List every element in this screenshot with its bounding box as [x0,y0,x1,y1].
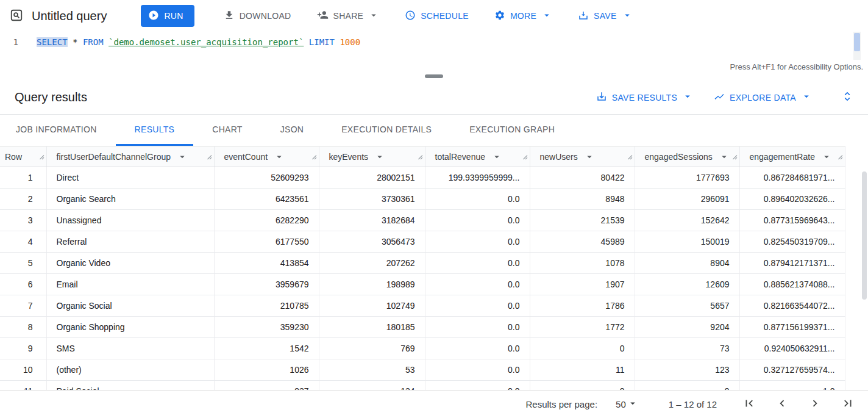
column-header-engagementrate[interactable]: engagementRate [739,146,845,167]
table-row: 11Paid Social9371340.0091.0 [0,381,845,391]
sort-caret-icon[interactable] [491,151,502,162]
column-resize-handle-icon[interactable] [837,154,843,160]
sort-caret-icon[interactable] [821,151,832,162]
explore-data-button[interactable]: EXPLORE DATA [714,91,812,104]
column-resize-handle-icon[interactable] [522,154,528,160]
sql-table-reference[interactable]: `demo.demoset.user_acquisition_report` [108,37,304,47]
table-cell: Organic Video [46,253,214,274]
table-cell: 8948 [530,189,635,210]
play-circle-icon [148,10,159,23]
table-cell: 199.9399959999... [425,167,530,189]
column-header-newusers[interactable]: newUsers [530,146,635,167]
save-results-button[interactable]: SAVE RESULTS [596,91,693,104]
table-cell: 12609 [635,274,739,295]
share-button[interactable]: SHARE [312,5,385,27]
save-button[interactable]: SAVE [573,5,638,27]
table-row: 5Organic Video4138542072620.0107889040.8… [0,253,845,274]
table-cell: 5657 [635,295,739,317]
sql-query-text[interactable]: SELECT * FROM `demo.demoset.user_acquisi… [28,36,360,48]
last-page-icon [841,397,855,412]
table-cell: 52609293 [214,167,319,189]
tab-results[interactable]: RESULTS [116,115,194,146]
row-number-cell: 11 [0,381,46,391]
page-size-dropdown[interactable]: 50 [616,398,638,411]
table-cell: 413854 [214,253,319,274]
sort-caret-icon[interactable] [177,151,188,162]
table-cell: 296091 [635,189,739,210]
sort-caret-icon[interactable] [584,151,595,162]
table-cell: 21539 [530,210,635,231]
table-cell: Direct [46,167,214,189]
column-header-keyevents[interactable]: keyEvents [319,146,425,167]
download-button[interactable]: DOWNLOAD [219,5,296,27]
column-resize-handle-icon[interactable] [38,154,44,160]
table-cell: 1907 [530,274,635,295]
sort-caret-icon[interactable] [274,151,285,162]
table-cell: 0.0 [425,381,530,391]
more-button[interactable]: MORE [489,5,557,27]
table-cell: Paid Social [46,381,214,391]
table-cell: 0.0 [425,317,530,338]
row-number-cell: 7 [0,295,46,317]
row-number-cell: 2 [0,189,46,210]
results-footer: Results per page: 50 1 – 12 of 12 [0,390,868,418]
table-cell: 0.0 [425,359,530,381]
results-per-page-label: Results per page: [526,399,598,409]
panel-divider [0,73,868,81]
sql-number-literal: 1000 [340,37,360,47]
table-cell: 3056473 [319,231,425,253]
editor-status-bar: Press Alt+F1 for Accessibility Options. [0,60,868,73]
column-resize-handle-icon[interactable] [627,154,633,160]
first-page-button[interactable] [742,397,756,412]
gear-icon [494,10,505,23]
table-cell: Organic Shopping [46,317,214,338]
caret-down-icon [622,10,633,23]
table-cell: 123 [635,359,739,381]
table-cell: 0.885621374088... [739,274,845,295]
table-scrollbar-thumb[interactable] [862,171,867,300]
tab-chart[interactable]: CHART [193,115,261,146]
previous-page-button[interactable] [775,397,789,412]
column-resize-handle-icon[interactable] [206,154,212,160]
expand-results-button[interactable] [841,90,853,104]
sort-caret-icon[interactable] [374,151,385,162]
sql-keyword-limit: LIMIT [309,37,335,47]
column-header-engagedsessions[interactable]: engagedSessions [635,146,739,167]
column-resize-handle-icon[interactable] [311,154,317,160]
tab-job-information[interactable]: JOB INFORMATION [15,115,116,146]
table-row: 2Organic Search642356137303610.089482960… [0,189,845,210]
table-cell: 0.867284681971... [739,167,845,189]
sort-caret-icon[interactable] [719,151,730,162]
column-header-firstuserdefaultchannelgroup[interactable]: firstUserDefaultChannelGroup [46,146,214,167]
sql-editor[interactable]: 1 SELECT * FROM `demo.demoset.user_acqui… [0,32,868,60]
next-page-button[interactable] [808,397,822,412]
save-button-label: SAVE [594,11,617,21]
run-button[interactable]: RUN [141,5,194,27]
chevron-left-icon [775,397,789,412]
table-cell: 1.0 [739,381,845,391]
column-header-totalrevenue[interactable]: totalRevenue [425,146,530,167]
schedule-button[interactable]: SCHEDULE [400,5,474,27]
tab-json[interactable]: JSON [261,115,323,146]
tab-execution-details[interactable]: EXECUTION DETAILS [322,115,450,146]
table-row: 6Email39596791989890.01907126090.8856213… [0,274,845,295]
table-cell: 9 [635,381,739,391]
column-header-eventcount[interactable]: eventCount [214,146,319,167]
table-cell: 0.825450319709... [739,231,845,253]
table-cell: 1786 [530,295,635,317]
column-resize-handle-icon[interactable] [417,154,423,160]
caret-down-icon [368,10,379,23]
last-page-button[interactable] [841,397,855,412]
column-resize-handle-icon[interactable] [731,154,738,160]
table-cell: 0.0 [425,338,530,359]
table-cell: 1542 [214,338,319,359]
save-results-label: SAVE RESULTS [612,93,677,103]
editor-scrollbar-thumb[interactable] [854,33,860,51]
tab-execution-graph[interactable]: EXECUTION GRAPH [450,115,574,146]
panel-resize-handle[interactable] [425,74,443,78]
chevron-right-icon [808,397,822,412]
table-cell: Organic Search [46,189,214,210]
table-cell: 6177550 [214,231,319,253]
table-cell: Email [46,274,214,295]
table-cell: 207262 [319,253,425,274]
